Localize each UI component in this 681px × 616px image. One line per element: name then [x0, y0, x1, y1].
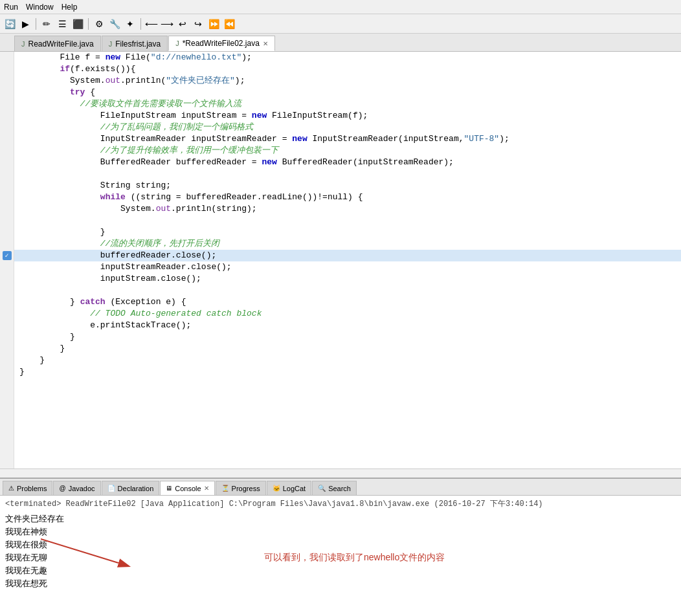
- toolbar-btn-14[interactable]: ⏪: [222, 17, 236, 31]
- search-icon: 🔍: [318, 485, 326, 492]
- gutter-marker-10: [2, 157, 12, 168]
- gutter-marker-14: [2, 203, 12, 215]
- bottom-panel: ⚠ Problems @ Javadoc 📄 Declaration 🖥 Con…: [0, 478, 681, 616]
- code-line-9: //为了提升传输效率，我们用一个缓冲包装一下: [14, 145, 681, 157]
- code-line-7: //为了乱码问题，我们制定一个编码格式: [14, 122, 681, 133]
- code-line-6: FileInputStream inputStream = new FileIn…: [14, 110, 681, 122]
- code-line-17: //流的关闭顺序，先打开后关闭: [14, 238, 681, 250]
- console-line-2: 我现在很烦: [5, 539, 64, 552]
- gutter-marker-6: [2, 110, 12, 122]
- javadoc-icon: @: [59, 485, 65, 492]
- console-line-3: 我现在无聊: [5, 552, 64, 565]
- code-line-20: inputStream.close();: [14, 273, 681, 285]
- toolbar-btn-10[interactable]: ⟶: [160, 17, 174, 31]
- toolbar-btn-11[interactable]: ↩: [175, 17, 190, 31]
- toolbar-btn-3[interactable]: ✏: [39, 17, 54, 31]
- code-line-25: }: [14, 331, 681, 343]
- progress-icon: ⏳: [221, 485, 229, 492]
- gutter-breakpoint[interactable]: ✓: [2, 250, 12, 261]
- gutter-marker-16: [2, 226, 12, 238]
- console-content[interactable]: <terminated> ReadWriteFile02 [Java Appli…: [0, 496, 681, 616]
- code-line-1: File f = new File("d://newhello.txt");: [14, 52, 681, 63]
- code-line-19: inputStreamReader.close();: [14, 261, 681, 273]
- tab-close-3[interactable]: ✕: [263, 40, 268, 47]
- tab-filesfrist[interactable]: J Filesfrist.java: [102, 36, 168, 51]
- code-line-23: // TODO Auto-generated catch block: [14, 308, 681, 320]
- tab-search-label: Search: [328, 485, 351, 492]
- code-line-27: }: [14, 355, 681, 366]
- code-line-24: e.printStackTrace();: [14, 320, 681, 331]
- tab-label-2: Filesfrist.java: [115, 39, 161, 49]
- toolbar-separator-1: [36, 18, 36, 30]
- console-line-0: 文件夹已经存在: [5, 513, 64, 526]
- toolbar-btn-1[interactable]: 🔄: [3, 17, 17, 31]
- gutter-marker-11: [2, 168, 12, 180]
- menubar: Run Window Help: [0, 0, 681, 14]
- code-line-14: System.out.println(string);: [14, 203, 681, 215]
- tab-label-3: *ReadWriteFile02.java: [183, 39, 260, 48]
- code-line-11: [14, 168, 681, 180]
- toolbar-separator-3: [140, 18, 141, 30]
- tab-icon-1: J: [21, 40, 25, 48]
- gutter-marker-5: [2, 98, 12, 110]
- toolbar-btn-13[interactable]: ⏩: [207, 17, 221, 31]
- menu-help[interactable]: Help: [61, 3, 78, 12]
- code-line-18: bufferedReader.close();: [14, 250, 681, 261]
- toolbar: 🔄 ▶ ✏ ☰ ⬛ ⚙ 🔧 ✦ ⟵ ⟶ ↩ ↪ ⏩ ⏪: [0, 14, 681, 34]
- editor-tabs: J ReadWriteFile.java J Filesfrist.java J…: [0, 34, 681, 52]
- code-line-3: System.out.println("文件夹已经存在");: [14, 75, 681, 87]
- tab-declaration-label: Declaration: [118, 485, 154, 492]
- code-line-8: InputStreamReader inputStreamReader = ne…: [14, 133, 681, 145]
- console-line-1: 我现在神烦: [5, 526, 64, 539]
- declaration-icon: 📄: [107, 485, 115, 492]
- tab-problems[interactable]: ⚠ Problems: [3, 481, 52, 495]
- editor-main: ✓ File f = new File("d://newhello.txt");…: [0, 52, 681, 468]
- console-close[interactable]: ✕: [204, 485, 209, 492]
- logcat-icon: 🐱: [273, 485, 280, 492]
- breakpoint-icon: ✓: [3, 251, 12, 260]
- toolbar-btn-7[interactable]: 🔧: [107, 17, 122, 31]
- gutter-marker-4: [2, 87, 12, 98]
- gutter-marker-15: [2, 215, 12, 226]
- toolbar-btn-4[interactable]: ☰: [55, 17, 69, 31]
- code-editor[interactable]: File f = new File("d://newhello.txt"); i…: [14, 52, 681, 468]
- console-icon: 🖥: [166, 485, 172, 492]
- gutter-marker-17: [2, 238, 12, 250]
- tab-logcat[interactable]: 🐱 LogCat: [267, 481, 311, 495]
- toolbar-btn-2[interactable]: ▶: [18, 17, 32, 31]
- gutter-marker-20: [2, 273, 12, 285]
- toolbar-btn-6[interactable]: ⚙: [92, 17, 106, 31]
- tab-javadoc[interactable]: @ Javadoc: [53, 481, 100, 495]
- menu-window[interactable]: Window: [26, 3, 54, 12]
- tab-console[interactable]: 🖥 Console ✕: [160, 481, 214, 495]
- toolbar-separator-2: [88, 18, 89, 30]
- tab-progress-label: Progress: [232, 485, 260, 492]
- tab-readwritefile02[interactable]: J *ReadWriteFile02.java ✕: [168, 36, 275, 51]
- code-line-15: [14, 215, 681, 226]
- code-line-13: while ((string = bufferedReader.readLine…: [14, 192, 681, 203]
- code-line-4: try {: [14, 87, 681, 98]
- toolbar-btn-12[interactable]: ↪: [191, 17, 205, 31]
- menu-run[interactable]: Run: [4, 3, 18, 12]
- gutter-marker-7: [2, 122, 12, 133]
- gutter-marker-3: [2, 75, 12, 87]
- code-line-22: } catch (Exception e) {: [14, 296, 681, 308]
- gutter-marker-19: [2, 261, 12, 273]
- gutter-marker-1: [2, 52, 12, 63]
- code-line-21: [14, 285, 681, 296]
- tab-progress[interactable]: ⏳ Progress: [216, 481, 266, 495]
- console-annotation-text: 可以看到，我们读取到了newhello文件的内容: [264, 552, 445, 564]
- toolbar-btn-8[interactable]: ✦: [123, 17, 137, 31]
- tab-declaration[interactable]: 📄 Declaration: [102, 481, 160, 495]
- console-lines: 文件夹已经存在 我现在神烦 我现在很烦 我现在无聊 我现在无趣 我现在想死: [5, 513, 64, 591]
- tab-icon-3: J: [175, 39, 179, 47]
- tab-search[interactable]: 🔍 Search: [312, 481, 357, 495]
- tab-label-1: ReadWriteFile.java: [28, 39, 94, 49]
- problems-icon: ⚠: [8, 485, 14, 492]
- toolbar-btn-5[interactable]: ⬛: [71, 17, 85, 31]
- tab-readwritefile[interactable]: J ReadWriteFile.java: [14, 36, 101, 51]
- toolbar-btn-9[interactable]: ⟵: [144, 17, 159, 31]
- tab-problems-label: Problems: [17, 485, 47, 492]
- editor-hscroll[interactable]: [0, 468, 681, 478]
- tab-console-label: Console: [175, 485, 201, 492]
